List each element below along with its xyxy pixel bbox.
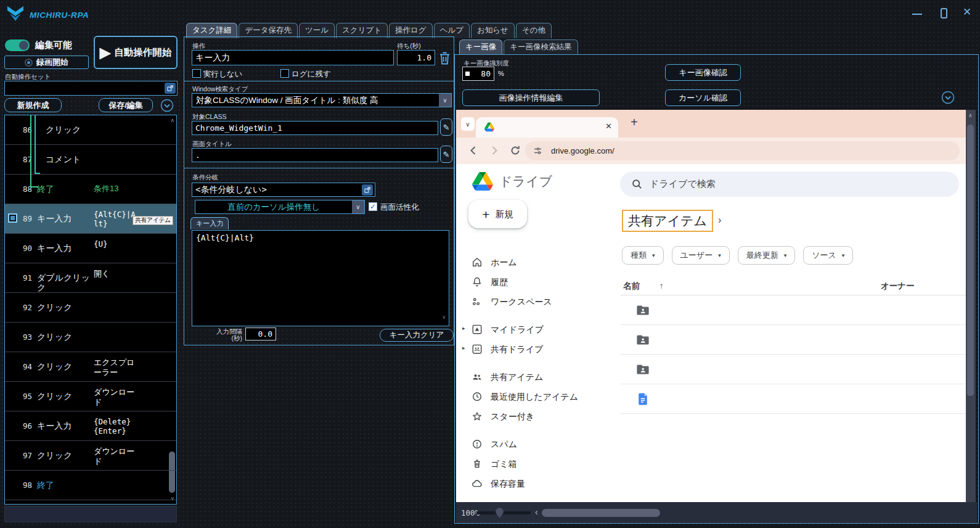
scroll-left-icon[interactable]: ‹ (535, 507, 538, 517)
activate-checkbox[interactable] (369, 202, 377, 211)
address-bar[interactable]: drive.google.com/ (525, 141, 960, 160)
close-icon[interactable]: ✕ (963, 7, 971, 17)
tab-close-icon[interactable]: ✕ (605, 122, 612, 131)
center-tab-label: ヘルプ (440, 26, 463, 35)
key-input-subtab[interactable]: キー入力 (190, 217, 229, 229)
drive-nav-item[interactable]: ▸ マイドライブ (456, 320, 612, 339)
branch-input[interactable] (192, 183, 375, 197)
filter-chip[interactable]: ユーザー ▾ (672, 246, 730, 265)
branch-external-link-icon[interactable] (362, 184, 373, 196)
record-button[interactable]: 録画開始 (4, 56, 89, 69)
step-row[interactable]: 95 クリック ダウンロード (5, 382, 176, 411)
center-tab[interactable]: その他 (516, 23, 552, 38)
cursor-operation-dropdown[interactable]: 直前のカーソル操作無し ∨ (195, 200, 365, 214)
key-clear-button[interactable]: キー入力クリア (380, 329, 454, 342)
tab-search-chevron-icon[interactable]: ∨ (461, 117, 475, 131)
capture-vertical-scrollbar[interactable]: ∧ (966, 110, 976, 502)
home-icon (471, 256, 483, 268)
threshold-spinner[interactable]: 80 (462, 67, 494, 81)
capture-horizontal-scrollbar-thumb[interactable] (542, 509, 660, 517)
filter-chip[interactable]: 種類 ▾ (622, 246, 664, 265)
expand-caret-icon[interactable]: ▸ (462, 325, 465, 331)
drive-search-bar[interactable]: ドライブで検索 (620, 171, 959, 197)
auto-set-input[interactable] (4, 81, 178, 96)
browser-tab[interactable]: ✕ (476, 117, 618, 138)
drive-nav-item[interactable]: ホーム (456, 252, 612, 272)
name-column-header[interactable]: 名前 ↑ (623, 281, 664, 292)
zoom-slider-thumb[interactable] (495, 506, 504, 521)
drive-nav-item[interactable]: 履歴 (456, 272, 612, 292)
drive-new-button[interactable]: + 新規 (468, 200, 527, 228)
save-edit-button[interactable]: 保存/編集 (99, 98, 153, 112)
step-row[interactable]: 96 キー入力 {Delete}{Enter} (5, 411, 176, 441)
back-icon[interactable] (467, 144, 480, 157)
new-set-button[interactable]: 新規作成 (4, 98, 62, 112)
drive-file-row[interactable] (621, 325, 966, 355)
collapse-chevron-icon[interactable] (160, 99, 174, 112)
interval-input[interactable] (245, 328, 276, 340)
drive-nav-item[interactable]: ゴミ箱 (456, 454, 612, 474)
right-tab[interactable]: キー画像検索結果 (504, 39, 578, 55)
reload-icon[interactable] (509, 144, 521, 157)
edit-toggle[interactable] (5, 39, 30, 51)
external-link-icon[interactable] (165, 83, 176, 94)
key-input-textarea[interactable]: {Alt{C}|Alt} (192, 230, 449, 326)
log-checkbox[interactable] (280, 69, 289, 78)
step-row[interactable]: 97 クリック ダウンロード (5, 441, 176, 471)
expand-chevron-icon[interactable] (941, 91, 955, 104)
right-tab[interactable]: キー画像 (459, 39, 502, 55)
drive-nav-item[interactable]: スター付き (456, 406, 612, 426)
step-row[interactable]: 90 キー入力 {U} (5, 234, 176, 263)
step-detail: ダウンロード (94, 447, 138, 466)
forward-icon[interactable] (488, 144, 500, 157)
spinner-buttons-icon[interactable] (465, 72, 470, 76)
drive-file-row[interactable] (621, 295, 966, 325)
cursor-confirm-button[interactable]: カーソル確認 (665, 89, 741, 106)
capture-scrollbar-thumb[interactable] (967, 125, 974, 396)
step-row[interactable]: 89 キー入力 {Alt{C}|Alt} 共有アイテム (5, 204, 176, 234)
image-info-edit-button[interactable]: 画像操作情報編集 (462, 89, 600, 106)
center-tab[interactable]: お知らせ (471, 23, 515, 38)
drive-file-row[interactable] (621, 384, 966, 414)
auto-start-button[interactable]: ▶ 自動操作開始 (94, 36, 178, 69)
edit-class-pencil-icon[interactable]: ✎ (440, 118, 452, 136)
step-row[interactable]: 92 クリック (5, 293, 176, 323)
wait-input[interactable] (397, 50, 435, 65)
window-title-input[interactable] (192, 148, 438, 162)
shared-items-heading[interactable]: 共有アイテム (622, 210, 713, 232)
delete-step-icon[interactable] (438, 51, 451, 68)
drive-nav-item[interactable]: 最近使用したアイテム (456, 387, 612, 406)
step-number: 90 (5, 244, 32, 253)
site-settings-icon[interactable] (533, 146, 543, 159)
key-image-confirm-button[interactable]: キー画像確認 (665, 64, 741, 81)
drive-nav-item[interactable]: ワークスペース (456, 292, 612, 311)
target-class-input[interactable] (192, 121, 438, 135)
maximize-icon[interactable] (941, 8, 947, 19)
step-row[interactable]: 93 クリック (5, 323, 176, 352)
window-search-dropdown[interactable]: 対象CLASSのWindow / 画面タイトル : 類似度 高 ∨ (192, 93, 452, 107)
edit-title-pencil-icon[interactable]: ✎ (440, 146, 452, 163)
drive-nav-item[interactable]: 保存容量 (456, 474, 612, 493)
skip-checkbox[interactable] (192, 69, 201, 78)
drive-nav-item[interactable]: スパム (456, 434, 612, 454)
textarea-scroll-down-icon[interactable]: ∨ (442, 315, 446, 320)
step-row[interactable]: 91 ダブルクリック 開く (5, 263, 176, 293)
scroll-up-icon[interactable]: ∧ (968, 113, 973, 118)
step-row[interactable]: 94 クリック エクスプローラー (5, 352, 176, 382)
filter-chip[interactable]: 最終更新 ▾ (738, 246, 796, 265)
minimize-icon[interactable] (912, 14, 922, 15)
operation-input[interactable] (192, 50, 394, 65)
group-icon (471, 371, 483, 383)
right-tab-label: キー画像検索結果 (510, 43, 571, 51)
drive-nav-item[interactable]: ▸ 共有ドライブ (456, 339, 612, 359)
step-detail: {Delete}{Enter} (94, 417, 138, 435)
filter-chip-label: ソース (812, 250, 836, 261)
new-tab-icon[interactable]: + (631, 115, 638, 130)
owner-column-header[interactable]: オーナー (881, 281, 915, 292)
drive-file-row[interactable] (621, 355, 966, 384)
drive-nav-item[interactable]: 共有アイテム (456, 367, 612, 387)
step-row[interactable]: 98 終了 (5, 471, 176, 500)
filter-chip[interactable]: ソース ▾ (803, 246, 853, 265)
expand-caret-icon[interactable]: ▸ (462, 345, 465, 351)
folder-shared-icon (635, 362, 650, 377)
